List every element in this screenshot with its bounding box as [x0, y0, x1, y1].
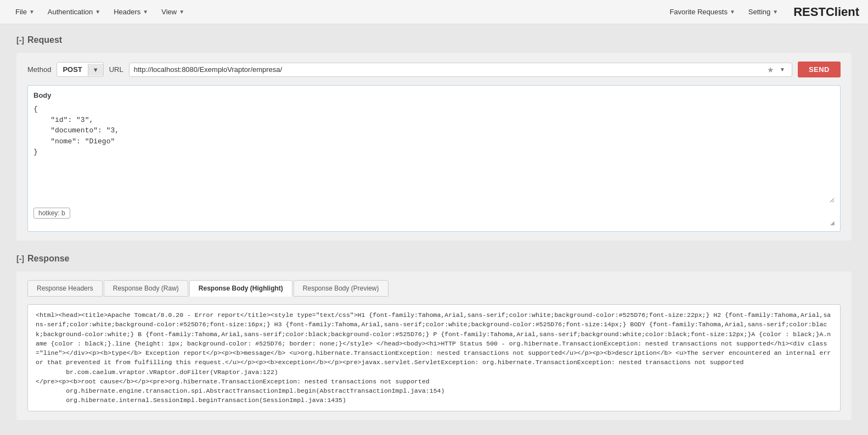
method-label: Method — [27, 65, 51, 74]
nav-setting-chevron-icon: ▼ — [773, 9, 778, 15]
body-label: Body — [33, 91, 835, 99]
nav-favorite-requests-chevron-icon: ▼ — [730, 9, 735, 15]
method-value: POST — [57, 63, 87, 76]
method-dropdown-icon[interactable]: ▼ — [88, 64, 103, 76]
nav-view[interactable]: View ▼ — [155, 0, 191, 24]
response-panel: Response Headers Response Body (Raw) Res… — [16, 271, 852, 420]
nav-authentication[interactable]: Authentication ▼ — [41, 0, 107, 24]
response-body-content: <html><head><title>Apache Tomcat/8.0.20 … — [27, 304, 841, 411]
request-title: Request — [27, 35, 62, 45]
nav-authentication-chevron-icon: ▼ — [95, 9, 100, 15]
request-panel: Method POST ▼ URL ★ ▼ SEND Body { "id": … — [16, 53, 852, 241]
nav-headers-label: Headers — [114, 8, 140, 16]
tab-response-body-preview[interactable]: Response Body (Preview) — [294, 280, 388, 297]
request-section-header: [-] Request — [16, 35, 852, 45]
tab-response-body-highlight[interactable]: Response Body (Highlight) — [189, 280, 292, 297]
tab-response-headers[interactable]: Response Headers — [27, 280, 103, 297]
url-row: Method POST ▼ URL ★ ▼ SEND — [27, 62, 841, 77]
resize-handle[interactable]: ◢ — [33, 220, 835, 226]
response-toggle[interactable]: [-] — [16, 254, 24, 263]
navbar: File ▼ Authentication ▼ Headers ▼ View ▼… — [0, 0, 868, 24]
bookmark-icon[interactable]: ★ — [767, 65, 774, 74]
nav-file-label: File — [15, 8, 27, 16]
url-label: URL — [109, 65, 123, 74]
nav-headers-chevron-icon: ▼ — [143, 9, 148, 15]
nav-file-chevron-icon: ▼ — [29, 9, 35, 15]
url-history-dropdown[interactable]: ▼ — [777, 65, 787, 74]
nav-setting-label: Setting — [748, 8, 770, 16]
main-content: [-] Request Method POST ▼ URL ★ ▼ SEND B… — [0, 24, 868, 431]
send-button[interactable]: SEND — [798, 62, 841, 77]
body-panel: Body { "id": "3", "documento": "3, "nome… — [27, 85, 841, 232]
url-input[interactable] — [134, 65, 764, 74]
url-input-wrapper: ★ ▼ — [129, 63, 792, 77]
nav-favorite-requests[interactable]: Favorite Requests ▼ — [663, 0, 741, 24]
method-select-wrapper[interactable]: POST ▼ — [57, 62, 103, 77]
request-toggle[interactable]: [-] — [16, 36, 24, 44]
nav-setting[interactable]: Setting ▼ — [742, 0, 785, 24]
nav-view-chevron-icon: ▼ — [179, 9, 184, 15]
response-tabs: Response Headers Response Body (Raw) Res… — [27, 280, 841, 297]
response-section-header: [-] Response — [16, 254, 852, 264]
hotkey-tooltip: hotkey: b — [33, 208, 70, 219]
nav-authentication-label: Authentication — [48, 8, 93, 16]
nav-file[interactable]: File ▼ — [9, 0, 41, 24]
nav-favorite-requests-label: Favorite Requests — [669, 8, 728, 16]
nav-view-label: View — [161, 8, 177, 16]
tab-response-body-raw[interactable]: Response Body (Raw) — [104, 280, 188, 297]
app-title: RESTClient — [785, 5, 859, 19]
nav-headers[interactable]: Headers ▼ — [107, 0, 155, 24]
response-title: Response — [27, 254, 69, 264]
body-textarea[interactable]: { "id": "3", "documento": "3, "nome": "D… — [33, 104, 835, 203]
